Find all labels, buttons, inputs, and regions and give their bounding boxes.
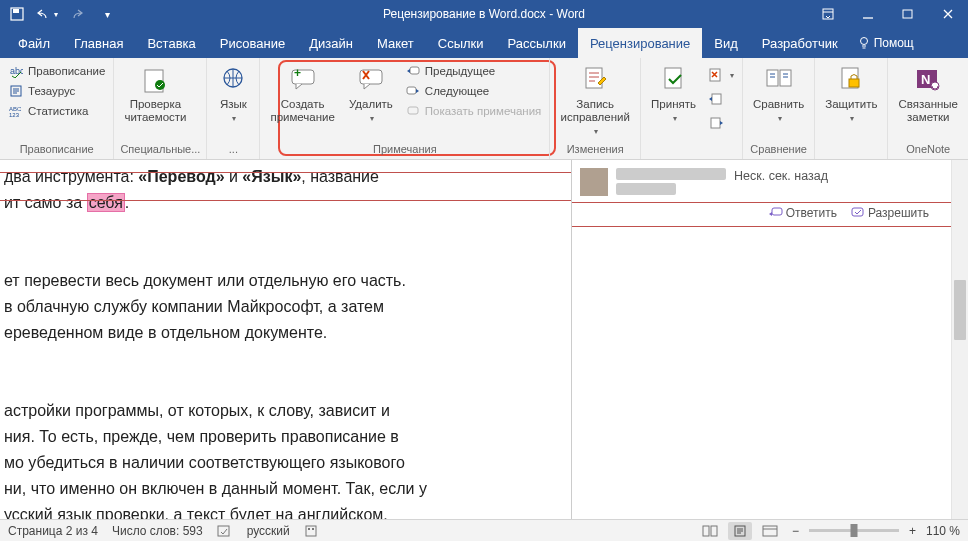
status-proofing-icon[interactable] [217, 524, 233, 538]
compare-button[interactable]: Сравнить▾ [749, 62, 808, 127]
prev-change-icon [708, 91, 724, 107]
tell-me[interactable]: Помощ [858, 28, 914, 58]
tab-file[interactable]: Файл [6, 28, 62, 58]
compare-icon [763, 64, 795, 96]
thesaurus-button[interactable]: Тезаурус [6, 82, 107, 100]
save-icon[interactable] [6, 3, 28, 25]
group-proofing-label: Правописание [6, 141, 107, 157]
group-protect-label [821, 141, 881, 157]
svg-rect-36 [703, 526, 709, 536]
comment-body [616, 183, 676, 195]
reply-icon [769, 207, 783, 219]
group-comments: + Создать примечание Удалить▾ Предыдущее… [260, 58, 550, 159]
group-comments-label: Примечания [266, 141, 543, 157]
group-tracking-label: Изменения [556, 141, 634, 157]
comment-item[interactable]: Неск. сек. назад [580, 164, 943, 198]
svg-rect-34 [308, 528, 310, 530]
svg-rect-21 [712, 94, 721, 104]
group-protect: Защитить▾ [815, 58, 888, 159]
accept-icon [658, 64, 690, 96]
tab-references[interactable]: Ссылки [426, 28, 496, 58]
group-changes: Принять▾ ▾ [641, 58, 743, 159]
status-words[interactable]: Число слов: 593 [112, 524, 203, 538]
tab-home[interactable]: Главная [62, 28, 135, 58]
comment-actions: Ответить Разрешить [769, 206, 929, 220]
reply-button[interactable]: Ответить [769, 206, 837, 220]
tab-view[interactable]: Вид [702, 28, 750, 58]
show-comments-icon [405, 103, 421, 119]
next-comment-button[interactable]: Следующее [403, 82, 543, 100]
window-title: Рецензирование в Word.docx - Word [383, 7, 585, 21]
zoom-slider[interactable] [809, 529, 899, 532]
delete-comment-icon [355, 64, 387, 96]
statistics-button[interactable]: ABC123 Статистика [6, 102, 107, 120]
svg-rect-17 [408, 107, 418, 114]
svg-rect-16 [407, 87, 416, 94]
next-change-icon [708, 115, 724, 131]
svg-rect-3 [903, 10, 912, 18]
svg-rect-23 [767, 70, 778, 86]
reject-button[interactable]: ▾ [706, 66, 736, 84]
accept-button[interactable]: Принять▾ [647, 62, 700, 127]
redo-icon[interactable] [66, 3, 88, 25]
minimize-icon[interactable] [848, 0, 888, 28]
view-print-button[interactable] [728, 522, 752, 540]
status-macros-icon[interactable] [304, 524, 318, 538]
zoom-knob[interactable] [850, 524, 857, 537]
view-read-button[interactable] [698, 522, 722, 540]
zoom-in-button[interactable]: + [905, 524, 920, 538]
delete-comment-button[interactable]: Удалить▾ [345, 62, 397, 127]
tab-review[interactable]: Рецензирование [578, 28, 702, 58]
previous-comment-button[interactable]: Предыдущее [403, 62, 543, 80]
view-web-button[interactable] [758, 522, 782, 540]
tab-layout[interactable]: Макет [365, 28, 426, 58]
vertical-scrollbar[interactable] [951, 160, 968, 519]
status-language[interactable]: русский [247, 524, 290, 538]
document-pane[interactable]: два инструмента: «Перевод» и «Язык», наз… [0, 160, 571, 519]
close-icon[interactable] [928, 0, 968, 28]
zoom-level[interactable]: 110 % [926, 524, 960, 538]
zoom-out-button[interactable]: − [788, 524, 803, 538]
svg-rect-33 [306, 526, 316, 536]
tab-draw[interactable]: Рисование [208, 28, 297, 58]
protect-icon [835, 64, 867, 96]
resolve-icon [851, 207, 865, 219]
prev-change-button[interactable] [706, 90, 736, 108]
svg-rect-30 [772, 208, 782, 215]
group-tracking: Запись исправлений ▾ Изменения [550, 58, 641, 159]
comment-author [616, 168, 726, 180]
check-accessibility-button[interactable]: Проверка читаемости [120, 62, 190, 126]
group-changes-label [647, 141, 736, 157]
language-button[interactable]: Язык▾ [213, 62, 253, 127]
track-changes-button[interactable]: Запись исправлений ▾ [556, 62, 634, 140]
svg-text:abc: abc [10, 66, 23, 76]
quick-access-toolbar: ▾ ▾ [0, 0, 124, 28]
svg-point-4 [860, 38, 867, 45]
status-page[interactable]: Страница 2 из 4 [8, 524, 98, 538]
linked-notes-button[interactable]: N Связанные заметки [894, 62, 962, 126]
ribbon-options-icon[interactable] [808, 0, 848, 28]
new-comment-icon: + [287, 64, 319, 96]
spelling-button[interactable]: abc Правописание [6, 62, 107, 80]
maximize-icon[interactable] [888, 0, 928, 28]
resolve-button[interactable]: Разрешить [851, 206, 929, 220]
undo-icon[interactable]: ▾ [36, 3, 58, 25]
qat-customize-icon[interactable]: ▾ [96, 3, 118, 25]
svg-rect-24 [780, 70, 791, 86]
new-comment-button[interactable]: + Создать примечание [266, 62, 339, 126]
group-accessibility-label: Специальные... [120, 141, 200, 157]
next-change-button[interactable] [706, 114, 736, 132]
tab-developer[interactable]: Разработчик [750, 28, 850, 58]
svg-rect-32 [218, 526, 229, 536]
tab-insert[interactable]: Вставка [135, 28, 207, 58]
spelling-icon: abc [8, 63, 24, 79]
group-language: Язык▾ ... [207, 58, 260, 159]
statistics-icon: ABC123 [8, 103, 24, 119]
tab-mailings[interactable]: Рассылки [496, 28, 578, 58]
avatar [580, 168, 608, 196]
statusbar: Страница 2 из 4 Число слов: 593 русский … [0, 519, 968, 541]
window-controls [808, 0, 968, 28]
tab-design[interactable]: Дизайн [297, 28, 365, 58]
protect-button[interactable]: Защитить▾ [821, 62, 881, 127]
scrollbar-thumb[interactable] [954, 280, 966, 340]
